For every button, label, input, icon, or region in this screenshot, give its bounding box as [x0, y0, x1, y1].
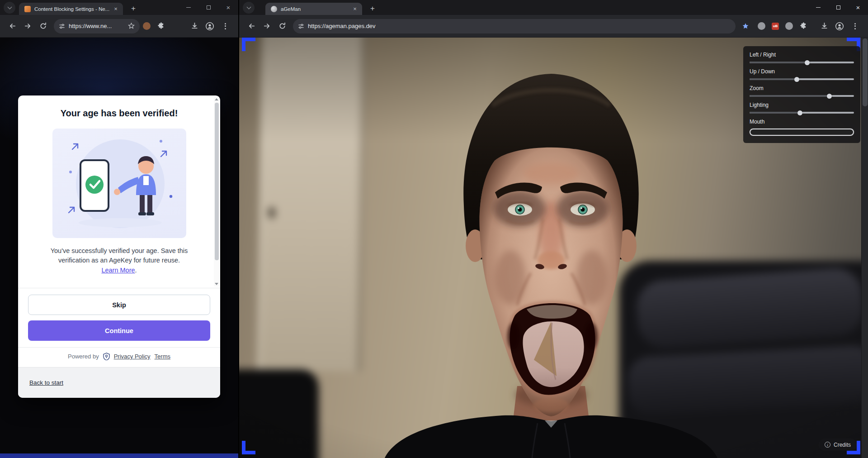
learn-more-row: Learn More. [18, 267, 220, 274]
extension-icon[interactable] [785, 22, 793, 30]
agekey-logo-icon [103, 353, 110, 360]
scrollbar-thumb[interactable] [863, 38, 868, 106]
back-to-start-link[interactable]: Back to start [29, 379, 63, 386]
extensions-button[interactable] [796, 20, 809, 33]
window-minimize-button[interactable] [179, 0, 198, 15]
terms-link[interactable]: Terms [155, 353, 170, 360]
tab-search-button[interactable] [4, 2, 15, 14]
slider-row-left-right: Left / Right [750, 52, 854, 63]
info-icon: i [825, 442, 830, 448]
window-close-button[interactable]: × [848, 0, 868, 15]
skip-button[interactable]: Skip [28, 295, 210, 315]
credits-label: Credits [834, 442, 851, 448]
modal-scrollbar[interactable] [214, 96, 219, 286]
tab-strip: aGeMan × + × [239, 0, 868, 15]
bookmark-star-filled-icon [741, 22, 750, 30]
tab-title: aGeMan [281, 6, 351, 12]
reload-button[interactable] [37, 20, 49, 33]
divider [18, 288, 220, 288]
site-settings-icon [58, 23, 66, 30]
slider-row-up-down: Up / Down [750, 68, 854, 80]
download-button[interactable] [818, 20, 830, 33]
learn-more-link[interactable]: Learn More [101, 267, 135, 274]
reload-icon [278, 22, 287, 30]
modal-body-text: You've successfully verified your age. S… [40, 246, 199, 265]
extensions-button[interactable] [154, 20, 166, 33]
forward-icon [263, 22, 271, 30]
mouth-slider[interactable] [750, 129, 854, 136]
window-minimize-button[interactable] [808, 0, 828, 15]
slider-label: Zoom [750, 85, 854, 91]
forward-button[interactable] [260, 20, 273, 33]
privacy-policy-link[interactable]: Privacy Policy [114, 353, 151, 360]
face-controls-panel: Left / Right Up / Down Zoom Lighting Mou… [743, 46, 860, 143]
minimize-icon [816, 7, 821, 8]
tab-ageman[interactable]: aGeMan × [265, 3, 362, 15]
tab-close-button[interactable]: × [351, 5, 359, 13]
tab-title: Content Blocking Settings - Ne... [34, 6, 112, 12]
age-verification-modal: Your age has been verified! [18, 95, 220, 398]
bookmark-star-icon[interactable] [127, 22, 135, 30]
modal-scroll-area: Your age has been verified! [18, 95, 220, 288]
divider [18, 347, 220, 348]
back-icon [8, 22, 17, 30]
extension-icon[interactable] [143, 22, 151, 30]
scrollbar-thumb[interactable] [215, 103, 219, 260]
new-tab-button[interactable]: + [367, 3, 378, 14]
browser-toolbar: https://ageman.pages.dev uB [239, 15, 868, 38]
page-bottom-bar [0, 453, 238, 458]
slider-label: Lighting [750, 102, 854, 108]
tab-favicon [271, 6, 277, 12]
minimize-icon [186, 7, 191, 8]
slider-thumb[interactable] [794, 77, 799, 82]
page-scrollbar[interactable] [861, 38, 868, 458]
zoom-slider[interactable] [750, 95, 854, 97]
download-icon [820, 22, 829, 30]
window-close-button[interactable]: × [218, 0, 238, 15]
profile-button[interactable] [833, 20, 846, 33]
ublock-extension-icon[interactable]: uB [772, 23, 779, 30]
slider-thumb[interactable] [805, 60, 810, 65]
profile-button[interactable] [203, 20, 216, 33]
window-controls: × [808, 0, 868, 15]
credits-button[interactable]: i Credits [819, 439, 857, 451]
extension-icon[interactable] [758, 22, 765, 30]
site-settings-icon [297, 23, 305, 30]
left-right-slider[interactable] [750, 62, 854, 63]
bookmark-star-button[interactable] [739, 20, 752, 33]
continue-button[interactable]: Continue [28, 320, 210, 341]
scrollbar-up-arrow[interactable] [214, 96, 219, 102]
tab-close-button[interactable]: × [112, 5, 119, 13]
tab-search-button[interactable] [243, 2, 255, 14]
slider-thumb[interactable] [797, 110, 802, 115]
puzzle-icon [798, 22, 807, 30]
age-verification-page: Your age has been verified! [0, 38, 238, 458]
maximize-icon [207, 5, 211, 10]
address-bar[interactable]: https://ageman.pages.dev [293, 19, 736, 33]
modal-footer: Back to start [18, 367, 220, 398]
back-button[interactable] [6, 20, 19, 33]
profile-icon [205, 22, 214, 31]
menu-button[interactable] [219, 20, 231, 33]
reload-icon [39, 22, 47, 30]
chevron-down-icon [246, 5, 251, 9]
verification-illustration [52, 129, 186, 238]
window-maximize-button[interactable] [198, 0, 218, 15]
back-button[interactable] [245, 20, 258, 33]
puzzle-icon [156, 22, 165, 30]
tab-content-blocking[interactable]: Content Blocking Settings - Ne... × [19, 3, 123, 15]
slider-thumb[interactable] [827, 94, 832, 99]
profile-icon [835, 22, 844, 31]
address-bar[interactable]: https://www.ne... [54, 19, 140, 33]
lighting-slider[interactable] [750, 112, 854, 114]
slider-row-lighting: Lighting [750, 102, 854, 114]
download-button[interactable] [188, 20, 201, 33]
tab-strip: Content Blocking Settings - Ne... × + × [0, 0, 238, 15]
up-down-slider[interactable] [750, 78, 854, 80]
reload-button[interactable] [276, 20, 288, 33]
forward-button[interactable] [21, 20, 34, 33]
menu-button[interactable] [849, 20, 861, 33]
window-maximize-button[interactable] [828, 0, 848, 15]
scrollbar-down-arrow[interactable] [214, 281, 219, 286]
new-tab-button[interactable]: + [127, 3, 139, 14]
